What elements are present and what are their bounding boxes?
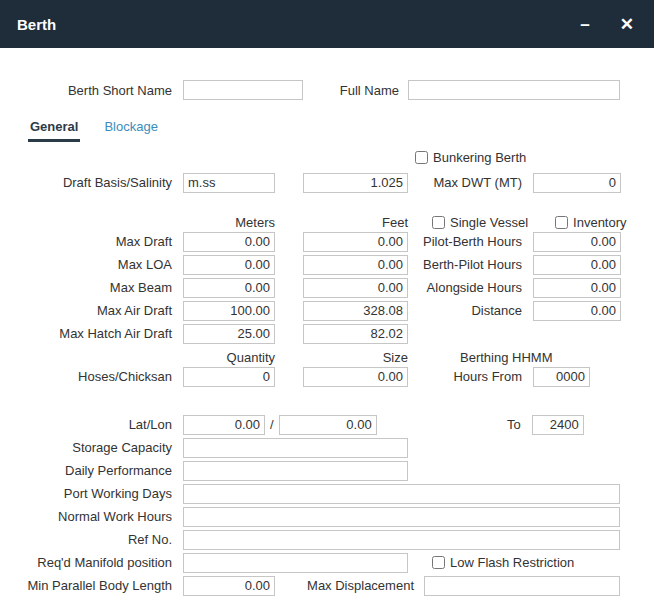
ref-no-input[interactable] [183,530,620,550]
hours-input[interactable] [533,255,621,275]
dim-row: Max Draft Pilot-Berth Hours [0,230,654,253]
hours-label: Pilot-Berth Hours [408,234,528,249]
port-working-days-label: Port Working Days [0,486,178,501]
feet-header: Feet [275,215,408,230]
normal-work-hours-row: Normal Work Hours [0,505,654,528]
dimension-label: Max Beam [0,280,178,295]
hours-from-input[interactable] [533,367,590,387]
dimension-label: Max Air Draft [0,303,178,318]
storage-capacity-input[interactable] [183,438,408,458]
min-parallel-body-length-input[interactable] [183,576,275,596]
reqd-manifold-input[interactable] [183,553,408,573]
qty-header-row: Quantity Size Berthing HHMM [0,349,654,365]
window-titlebar: Berth – ✕ [0,0,654,48]
meters-header: Meters [0,215,275,230]
inventory-checkbox[interactable] [555,216,568,229]
storage-capacity-label: Storage Capacity [0,440,178,455]
inventory-label: Inventory [573,215,626,230]
manifold-row: Req'd Manifold position Low Flash Restri… [0,551,654,574]
ref-no-row: Ref No. [0,528,654,551]
draft-basis-input[interactable] [183,173,275,193]
feet-input[interactable] [303,278,408,298]
dimension-label: Max Hatch Air Draft [0,326,178,341]
hoses-row: Hoses/Chicksan Hours From [0,365,654,388]
hours-input[interactable] [533,278,621,298]
full-name-label: Full Name [303,83,405,98]
min-parallel-row: Min Parallel Body Length Max Displacemen… [0,574,654,597]
feet-input[interactable] [303,301,408,321]
meters-input[interactable] [183,232,275,252]
hours-label: Alongside Hours [408,280,528,295]
dim-row: Max LOA Berth-Pilot Hours [0,253,654,276]
max-dwt-label: Max DWT (MT) [408,175,528,190]
tab-general[interactable]: General [28,117,80,142]
tab-bar: General Blockage [0,117,654,142]
quantity-header: Quantity [0,350,275,365]
close-icon[interactable]: ✕ [620,16,634,33]
units-header-row: Meters Feet Single Vessel Inventory [0,214,654,230]
feet-input[interactable] [303,324,408,344]
normal-work-hours-input[interactable] [183,507,620,527]
daily-performance-row: Daily Performance [0,459,654,482]
lat-input[interactable] [183,415,265,435]
dim-row: Max Hatch Air Draft [0,322,654,345]
dim-row: Max Air Draft Distance [0,299,654,322]
to-input[interactable] [532,415,584,435]
berth-short-name-label: Berth Short Name [0,83,178,98]
to-label: To [377,417,527,432]
port-working-days-row: Port Working Days [0,482,654,505]
dimension-label: Max Draft [0,234,178,249]
hours-label: Distance [408,303,528,318]
bunkering-berth-checkbox[interactable] [415,151,428,164]
name-row: Berth Short Name Full Name [0,77,654,103]
meters-input[interactable] [183,301,275,321]
lat-lon-label: Lat/Lon [0,417,178,432]
max-displacement-input[interactable] [424,576,620,596]
latlon-row: Lat/Lon / To [0,413,654,436]
tab-blockage[interactable]: Blockage [102,117,159,139]
hours-input[interactable] [533,232,621,252]
min-parallel-body-length-label: Min Parallel Body Length [0,578,178,593]
ref-no-label: Ref No. [0,532,178,547]
feet-input[interactable] [303,255,408,275]
meters-input[interactable] [183,255,275,275]
daily-performance-label: Daily Performance [0,463,178,478]
full-name-input[interactable] [408,80,620,100]
low-flash-restriction-checkbox[interactable] [432,556,445,569]
port-working-days-input[interactable] [183,484,620,504]
meters-input[interactable] [183,324,275,344]
hoses-quantity-input[interactable] [183,367,275,387]
draft-row: Draft Basis/Salinity Max DWT (MT) [0,171,654,194]
berthing-hhmm-header: Berthing HHMM [460,350,552,365]
dim-row: Max Beam Alongside Hours [0,276,654,299]
bunkering-berth-label: Bunkering Berth [433,150,526,165]
daily-performance-input[interactable] [183,461,408,481]
hours-input[interactable] [533,301,621,321]
low-flash-restriction-label: Low Flash Restriction [450,555,574,570]
minimize-icon[interactable]: – [580,16,589,33]
storage-capacity-row: Storage Capacity [0,436,654,459]
draft-basis-label: Draft Basis/Salinity [0,175,178,190]
dimension-label: Max LOA [0,257,178,272]
feet-input[interactable] [303,232,408,252]
salinity-input[interactable] [303,173,408,193]
normal-work-hours-label: Normal Work Hours [0,509,178,524]
hours-from-label: Hours From [408,369,528,384]
berth-short-name-input [183,80,303,100]
bunkering-row: Bunkering Berth [0,149,654,166]
lon-input[interactable] [279,415,377,435]
max-displacement-label: Max Displacement [275,578,420,593]
hoses-chicksan-label: Hoses/Chicksan [0,369,178,384]
meters-input[interactable] [183,278,275,298]
size-header: Size [275,350,408,365]
max-dwt-input[interactable] [533,173,621,193]
window-title: Berth [17,16,550,33]
hours-label: Berth-Pilot Hours [408,257,528,272]
single-vessel-checkbox[interactable] [432,216,445,229]
single-vessel-label: Single Vessel [450,215,528,230]
hoses-size-input[interactable] [303,367,408,387]
lat-lon-separator: / [265,417,279,432]
reqd-manifold-label: Req'd Manifold position [0,555,178,570]
